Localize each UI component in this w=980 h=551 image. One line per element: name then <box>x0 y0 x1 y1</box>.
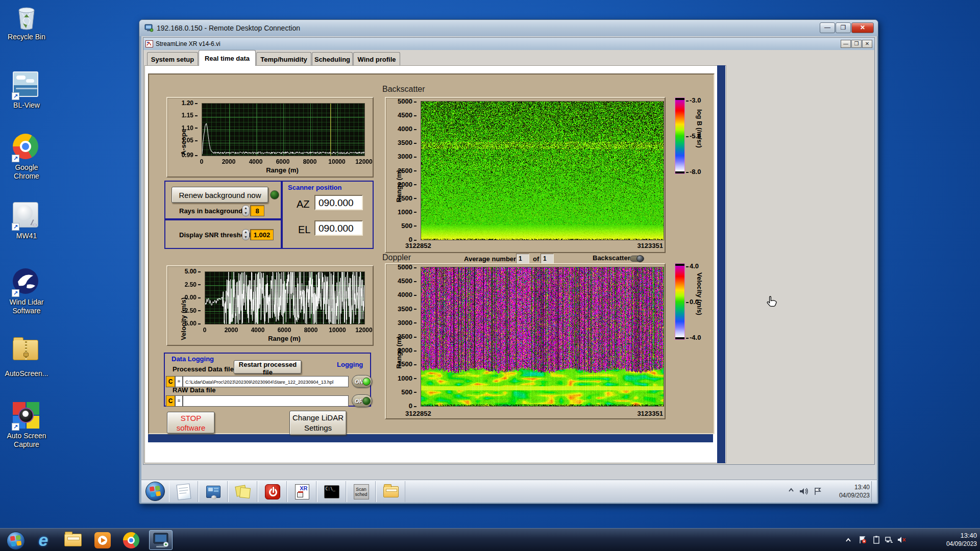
host-clock[interactable]: 13:40 04/09/2023 <box>916 532 977 548</box>
command-prompt-icon: C:\_ <box>324 485 339 498</box>
change-lidar-settings-button[interactable]: Change LiDARSettings <box>289 411 347 435</box>
y-tick-label: 1.20 <box>175 99 198 107</box>
processed-path-field[interactable]: C:\Lidar\Data\Proc\2023\202309\20230904\… <box>183 376 349 387</box>
desktop-icon-mw41[interactable]: ↗MW41 <box>3 202 50 240</box>
tab-system-setup[interactable]: System setup <box>147 52 198 65</box>
app-close-button[interactable]: ✕ <box>862 40 872 48</box>
colorbar-tick-label: -8.0 <box>686 168 701 176</box>
average-of-label: of <box>533 255 539 263</box>
host-taskbar-remote-desktop[interactable] <box>149 530 173 550</box>
rdp-title-bar[interactable]: 192.168.0.150 - Remote Desktop Connectio… <box>139 20 878 36</box>
shortcut-arrow-icon: ↗ <box>12 92 19 100</box>
raw-drive-button[interactable]: C <box>166 395 175 407</box>
y-tick-label: 500 <box>392 222 416 230</box>
app-minimize-button[interactable]: — <box>841 40 851 48</box>
y-tick-label: 4500 <box>392 277 416 285</box>
y-tick-label: 1.05 <box>175 137 198 144</box>
backscatter-heatmap[interactable] <box>421 101 664 240</box>
tab-scheduling[interactable]: Scheduling <box>312 52 353 65</box>
velocity-plot[interactable] <box>205 271 365 324</box>
y-tick-label: -2.50 <box>178 307 201 314</box>
processed-logging-toggle[interactable]: ON <box>352 375 372 388</box>
tray-expand-icon[interactable] <box>845 538 851 543</box>
remote-taskbar-system-monitor[interactable] <box>199 481 228 502</box>
restart-processed-file-button[interactable]: Restart processed file <box>234 360 302 374</box>
host-taskbar: 13:40 04/09/2023 e <box>0 528 980 551</box>
renew-background-button[interactable]: Renew background now <box>172 187 268 203</box>
tab-temp-humidity[interactable]: Temp/humidity <box>256 52 311 65</box>
background-led-indicator <box>270 190 279 199</box>
raw-path-field[interactable] <box>183 395 349 407</box>
el-value-field[interactable]: 090.000 <box>314 220 363 236</box>
remote-taskbar-sticky-notes[interactable] <box>228 481 257 502</box>
tray-expand-icon[interactable] <box>788 487 794 493</box>
host-taskbar-file-explorer[interactable] <box>61 530 85 550</box>
host-taskbar-media-player[interactable] <box>91 530 114 550</box>
x-tick-label: 8000 <box>298 158 322 165</box>
y-tick-label: 1500 <box>392 194 416 202</box>
desktop-icon-label: Recycle Bin <box>3 33 50 41</box>
tray-volume-muted-icon[interactable] <box>897 536 906 546</box>
background-controls-box: Renew background now Rays in background … <box>164 181 282 219</box>
az-value-field[interactable]: 090.000 <box>314 195 363 210</box>
remote-taskbar-notepad[interactable] <box>169 481 198 502</box>
remote-taskbar-stop-power[interactable] <box>258 481 287 502</box>
desktop-icon-google-chrome[interactable]: ↗Google Chrome <box>3 134 50 181</box>
rays-spinner[interactable]: ▲▼ <box>242 205 250 216</box>
tab-real-time-data[interactable]: Real time data <box>199 50 256 66</box>
desktop-icon-recycle-bin[interactable]: Recycle Bin <box>3 3 50 41</box>
recycle-bin-icon <box>13 3 40 31</box>
tab-wind-profile[interactable]: Wind profile <box>353 52 400 65</box>
x-tick-label: 2000 <box>216 158 241 165</box>
average-total-field[interactable]: 1 <box>541 254 554 264</box>
app-title-bar[interactable]: StreamLine XR v14-6.vi — ❐ ✕ <box>143 38 874 50</box>
host-taskbar-start-orb[interactable] <box>4 531 28 550</box>
rays-value-field[interactable]: 8 <box>250 205 264 216</box>
backscatter-title: Backscatter <box>382 85 425 94</box>
tray-clipboard-icon[interactable] <box>873 536 880 546</box>
y-tick-label: 5000 <box>392 263 416 271</box>
volume-icon[interactable] <box>799 487 808 495</box>
action-center-flag-icon[interactable] <box>814 487 822 495</box>
a-scope-plot-group: A-scope Range (m) 1.201.151.101.050.9902… <box>166 97 374 178</box>
colorbar-tick-label: -5.5 <box>686 132 701 140</box>
tray-flag-icon[interactable] <box>859 536 867 546</box>
processed-path-type-icon[interactable]: ≡ <box>175 376 183 387</box>
remote-taskbar-file-explorer[interactable] <box>376 481 405 502</box>
snr-value-field[interactable]: 1.002 <box>250 229 274 240</box>
el-label: EL <box>298 224 310 236</box>
rdp-maximize-button[interactable]: ❐ <box>836 22 851 33</box>
rdp-close-button[interactable]: ✕ <box>851 22 874 33</box>
raw-data-file-label: RAW Data file <box>173 386 216 394</box>
a-scope-x-axis-label: Range (m) <box>234 166 331 174</box>
remote-taskbar-labview-xr[interactable]: XR <box>287 481 316 502</box>
raw-logging-toggle[interactable]: OFF <box>352 394 372 407</box>
rdp-minimize-button[interactable]: — <box>820 22 835 33</box>
desktop-icon-wind-lidar-software[interactable]: ↗Wind Lidar Software <box>3 268 50 315</box>
host-taskbar-internet-explorer[interactable]: e <box>32 530 55 550</box>
stop-software-button[interactable]: STOPsoftware <box>167 412 215 434</box>
processed-drive-button[interactable]: C <box>166 376 175 387</box>
remote-taskbar-command-prompt[interactable]: C:\_ <box>317 481 346 502</box>
remote-show-desktop-button[interactable] <box>871 481 877 502</box>
snr-spinner[interactable]: ▲▼ <box>242 229 250 240</box>
backscatter-doppler-switch[interactable] <box>630 256 644 262</box>
app-restore-button[interactable]: ❐ <box>851 40 862 48</box>
host-taskbar-google-chrome[interactable] <box>119 530 143 550</box>
a-scope-plot[interactable] <box>202 103 365 156</box>
tray-network-icon[interactable] <box>885 536 893 546</box>
az-label: AZ <box>297 198 310 210</box>
desktop-icon-bl-view[interactable]: ↗BL-View <box>3 71 50 110</box>
remote-desktop-icon <box>152 532 169 548</box>
desktop-icon-auto-screen-capture[interactable]: ↗Auto Screen Capture <box>3 402 50 449</box>
start-orb-icon[interactable] <box>7 532 25 550</box>
raw-path-type-icon[interactable]: ≡ <box>175 395 183 407</box>
doppler-heatmap[interactable] <box>421 267 664 407</box>
desktop-icon-autoscreen-zip[interactable]: AutoScreen... <box>3 336 50 378</box>
y-tick-label: 3000 <box>392 153 416 160</box>
average-number-field[interactable]: 1 <box>516 254 529 264</box>
remote-taskbar-scan-scheduler[interactable]: Scansched <box>347 481 376 502</box>
start-orb-icon[interactable] <box>145 482 165 501</box>
desktop-icon-label: Auto Screen Capture <box>3 432 50 449</box>
remote-clock[interactable]: 13:40 04/09/2023 <box>824 483 870 499</box>
